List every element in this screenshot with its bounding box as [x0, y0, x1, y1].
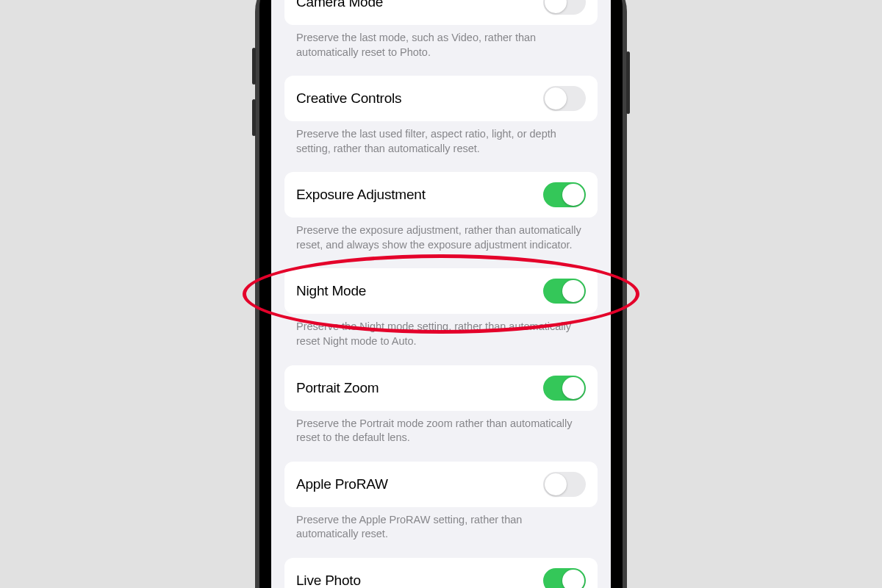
setting-row-creative-controls[interactable]: Creative Controls [284, 76, 598, 121]
toggle-camera-mode[interactable] [543, 0, 586, 15]
toggle-knob [562, 280, 584, 302]
setting-group-camera-mode: Camera Mode Preserve the last mode, such… [284, 0, 598, 70]
setting-caption: Preserve the Portrait mode zoom rather t… [284, 411, 598, 456]
setting-row-exposure-adjustment[interactable]: Exposure Adjustment [284, 172, 598, 218]
power-button [626, 51, 630, 114]
setting-title: Exposure Adjustment [296, 187, 426, 203]
phone-screen: Camera Mode Preserve the last mode, such… [271, 0, 611, 588]
setting-row-portrait-zoom[interactable]: Portrait Zoom [284, 365, 598, 411]
setting-caption: Preserve the last mode, such as Video, r… [284, 25, 598, 70]
setting-row-camera-mode[interactable]: Camera Mode [284, 0, 598, 25]
settings-list[interactable]: Camera Mode Preserve the last mode, such… [284, 0, 598, 588]
stage: Camera Mode Preserve the last mode, such… [0, 0, 882, 588]
toggle-exposure-adjustment[interactable] [543, 182, 586, 207]
setting-group-night-mode: Night Mode Preserve the Night mode setti… [284, 268, 598, 359]
toggle-apple-proraw[interactable] [543, 472, 586, 497]
toggle-knob [562, 184, 584, 206]
setting-title: Portrait Zoom [296, 380, 379, 396]
setting-row-apple-proraw[interactable]: Apple ProRAW [284, 462, 598, 507]
toggle-knob [545, 87, 567, 110]
toggle-creative-controls[interactable] [543, 86, 586, 111]
volume-up-button [252, 48, 256, 85]
toggle-knob [562, 570, 584, 588]
toggle-knob [545, 0, 567, 13]
toggle-knob [545, 473, 567, 495]
setting-row-night-mode[interactable]: Night Mode [284, 268, 598, 314]
toggle-portrait-zoom[interactable] [543, 376, 586, 401]
setting-caption: Preserve the Night mode setting, rather … [284, 314, 598, 359]
setting-caption: Preserve the Apple ProRAW setting, rathe… [284, 507, 598, 552]
phone-bezel: Camera Mode Preserve the last mode, such… [259, 0, 623, 588]
setting-group-creative-controls: Creative Controls Preserve the last used… [284, 76, 598, 166]
setting-title: Night Mode [296, 283, 366, 299]
toggle-night-mode[interactable] [543, 279, 586, 304]
setting-title: Apple ProRAW [296, 476, 388, 492]
setting-group-live-photo: Live Photo [284, 558, 598, 588]
setting-title: Live Photo [296, 573, 361, 588]
setting-row-live-photo[interactable]: Live Photo [284, 558, 598, 588]
setting-group-portrait-zoom: Portrait Zoom Preserve the Portrait mode… [284, 365, 598, 456]
setting-caption: Preserve the exposure adjustment, rather… [284, 218, 598, 262]
setting-group-apple-proraw: Apple ProRAW Preserve the Apple ProRAW s… [284, 462, 598, 552]
setting-caption: Preserve the last used filter, aspect ra… [284, 121, 598, 166]
toggle-knob [562, 377, 584, 399]
toggle-live-photo[interactable] [543, 568, 586, 588]
volume-down-button [252, 99, 256, 136]
phone-frame: Camera Mode Preserve the last mode, such… [255, 0, 627, 588]
setting-title: Creative Controls [296, 90, 401, 107]
setting-group-exposure-adjustment: Exposure Adjustment Preserve the exposur… [284, 172, 598, 262]
setting-title: Camera Mode [296, 0, 383, 10]
